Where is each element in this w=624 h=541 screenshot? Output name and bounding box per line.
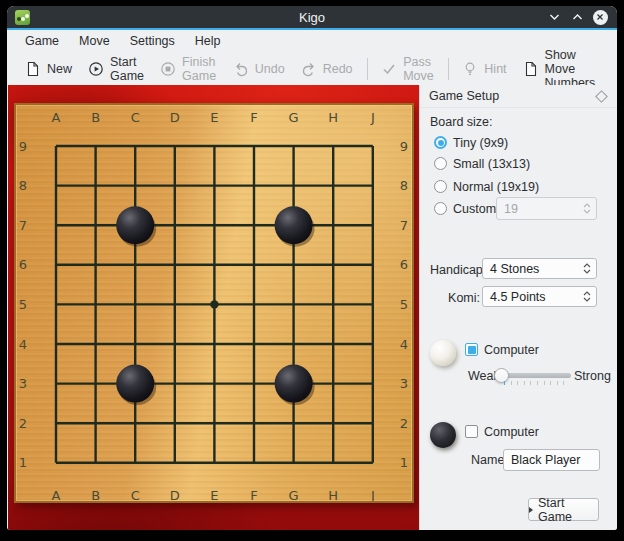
go-board[interactable]: AABBCCDDEEFFGGHHJJ998877665544332211 bbox=[14, 103, 414, 503]
board-row-label: 1 bbox=[400, 455, 408, 470]
menu-game[interactable]: Game bbox=[18, 32, 66, 50]
board-row-label: 3 bbox=[400, 376, 408, 391]
app-window: Kigo Game Move Settings Help bbox=[7, 6, 617, 530]
black-name-input[interactable]: Black Player bbox=[503, 449, 600, 471]
window-close-button[interactable] bbox=[592, 9, 608, 25]
dock-float-icon[interactable] bbox=[595, 90, 608, 103]
menu-settings[interactable]: Settings bbox=[123, 32, 182, 50]
black-stone-icon bbox=[430, 422, 456, 448]
numbered-document-icon bbox=[523, 61, 539, 77]
close-icon bbox=[593, 10, 608, 25]
custom-size-value: 19 bbox=[504, 202, 518, 216]
toolbar-label: Pass Move bbox=[403, 55, 434, 83]
board-column-label: G bbox=[289, 488, 299, 501]
board-row-label: 1 bbox=[19, 455, 27, 470]
radio-small-label[interactable]: Small (13x13) bbox=[453, 157, 530, 171]
toolbar: New Start Game Finish Game Undo Redo bbox=[7, 52, 617, 85]
radio-normal-label[interactable]: Normal (19x19) bbox=[453, 180, 539, 194]
toolbar-label: Start Game bbox=[110, 55, 144, 83]
radio-tiny-label[interactable]: Tiny (9x9) bbox=[453, 136, 508, 150]
custom-size-spinbox[interactable]: 19 bbox=[496, 197, 597, 220]
board-row-label: 2 bbox=[400, 416, 408, 431]
board-row-label: 7 bbox=[19, 218, 27, 233]
handicap-value: 4 Stones bbox=[490, 262, 539, 276]
spinbox-arrows-icon[interactable] bbox=[583, 263, 591, 274]
go-stone-black bbox=[275, 365, 313, 403]
spinbox-arrows-icon[interactable] bbox=[583, 203, 591, 214]
undo-button[interactable]: Undo bbox=[225, 57, 293, 81]
spinbox-arrows-icon[interactable] bbox=[583, 291, 591, 302]
board-column-label: F bbox=[250, 488, 257, 501]
board-row-label: 6 bbox=[19, 257, 27, 272]
board-column-label: H bbox=[328, 110, 338, 125]
new-button[interactable]: New bbox=[17, 57, 80, 81]
board-row-label: 8 bbox=[19, 178, 27, 193]
pass-move-button[interactable]: Pass Move bbox=[373, 51, 442, 87]
new-document-icon bbox=[25, 61, 41, 77]
handicap-spinbox[interactable]: 4 Stones bbox=[482, 258, 597, 279]
toolbar-separator bbox=[448, 58, 449, 80]
window-minimize-button[interactable] bbox=[546, 9, 562, 25]
board-column-label: E bbox=[210, 110, 218, 125]
board-column-label: C bbox=[131, 110, 140, 125]
handicap-label: Handicap: bbox=[430, 263, 480, 277]
titlebar[interactable]: Kigo bbox=[7, 6, 617, 28]
board-row-label: 8 bbox=[400, 178, 408, 193]
hint-button[interactable]: Hint bbox=[454, 57, 514, 81]
start-game-label: Start Game bbox=[538, 496, 598, 524]
komi-spinbox[interactable]: 4.5 Points bbox=[482, 286, 597, 307]
menu-help[interactable]: Help bbox=[188, 32, 228, 50]
board-column-label: A bbox=[52, 110, 61, 125]
board-row-label: 5 bbox=[400, 297, 408, 312]
redo-arrow-icon bbox=[301, 61, 317, 77]
board-column-label: D bbox=[170, 110, 180, 125]
finish-game-button[interactable]: Finish Game bbox=[152, 51, 225, 87]
redo-button[interactable]: Redo bbox=[293, 57, 361, 81]
radio-small[interactable] bbox=[434, 157, 447, 170]
black-computer-label[interactable]: Computer bbox=[484, 425, 539, 439]
board-row-label: 9 bbox=[19, 139, 27, 154]
board-column-label: B bbox=[91, 110, 100, 125]
board-row-label: 7 bbox=[400, 218, 408, 233]
strength-slider-track[interactable] bbox=[504, 373, 571, 378]
radio-custom-label[interactable]: Custom: bbox=[453, 202, 500, 216]
slider-ticks bbox=[504, 381, 564, 385]
board-column-label: G bbox=[289, 110, 299, 125]
toolbar-separator bbox=[367, 58, 368, 80]
play-circle-icon bbox=[88, 61, 104, 77]
white-computer-checkbox[interactable] bbox=[465, 343, 478, 356]
toolbar-label: Finish Game bbox=[182, 55, 217, 83]
toolbar-label: Redo bbox=[323, 62, 353, 76]
white-stone-icon bbox=[430, 340, 456, 366]
start-game-panel-button[interactable]: Start Game bbox=[528, 498, 599, 521]
board-column-label: B bbox=[91, 488, 100, 501]
komi-label: Komi: bbox=[430, 291, 480, 305]
undo-arrow-icon bbox=[233, 61, 249, 77]
board-column-label: E bbox=[210, 488, 218, 501]
board-column-label: J bbox=[370, 488, 375, 501]
radio-normal[interactable] bbox=[434, 180, 447, 193]
game-setup-panel: Game Setup Board size: Tiny (9x9) Small … bbox=[419, 85, 617, 530]
radio-tiny[interactable] bbox=[434, 136, 447, 149]
board-column-label: A bbox=[52, 488, 61, 501]
strong-label: Strong bbox=[574, 369, 611, 383]
board-row-label: 9 bbox=[400, 139, 408, 154]
menu-move[interactable]: Move bbox=[72, 32, 117, 50]
black-computer-checkbox[interactable] bbox=[465, 425, 478, 438]
board-column-label: H bbox=[328, 488, 338, 501]
toolbar-label: Hint bbox=[484, 62, 506, 76]
chevron-up-icon bbox=[572, 13, 583, 21]
panel-header: Game Setup bbox=[420, 85, 617, 108]
board-row-label: 3 bbox=[19, 376, 27, 391]
white-computer-label[interactable]: Computer bbox=[484, 343, 539, 357]
board-row-label: 5 bbox=[19, 297, 27, 312]
start-game-button[interactable]: Start Game bbox=[80, 51, 152, 87]
lightbulb-icon bbox=[462, 61, 478, 77]
window-maximize-button[interactable] bbox=[569, 9, 585, 25]
checkmark-icon bbox=[381, 61, 397, 77]
radio-custom[interactable] bbox=[434, 202, 447, 215]
chevron-down-icon bbox=[549, 13, 560, 21]
komi-value: 4.5 Points bbox=[490, 290, 546, 304]
board-row-label: 4 bbox=[400, 337, 408, 352]
toolbar-label: New bbox=[47, 62, 72, 76]
